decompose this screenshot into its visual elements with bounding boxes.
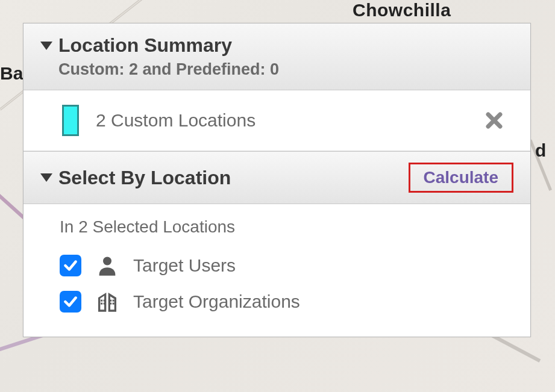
checkbox-checked[interactable] (60, 255, 81, 276)
svg-rect-2 (104, 300, 105, 302)
checkmark-icon (63, 258, 78, 273)
map-place-label-fragment: d (535, 140, 546, 161)
target-organizations-row[interactable]: Target Organizations (60, 284, 513, 320)
checkmark-icon (63, 294, 78, 310)
svg-rect-7 (110, 303, 111, 305)
section-title: Select By Location (58, 167, 231, 189)
building-icon (93, 290, 121, 314)
section-subtitle: Custom: 2 and Predefined: 0 (58, 60, 279, 79)
select-by-location-body: In 2 Selected Locations Target Users (24, 204, 530, 337)
target-users-row[interactable]: Target Users (60, 247, 513, 284)
svg-rect-3 (101, 303, 102, 305)
calculate-button[interactable]: Calculate (409, 163, 514, 193)
remove-location-button[interactable] (482, 108, 506, 132)
svg-rect-8 (113, 303, 114, 305)
svg-rect-6 (113, 300, 114, 302)
custom-locations-row[interactable]: 2 Custom Locations (24, 90, 530, 151)
checkbox-checked[interactable] (60, 291, 81, 313)
selected-locations-label: In 2 Selected Locations (60, 217, 513, 237)
map-place-label-fragment: Ba (0, 63, 23, 84)
target-users-label: Target Users (133, 255, 236, 276)
caret-down-icon (40, 42, 52, 50)
section-title: Location Summary (58, 34, 232, 57)
svg-rect-4 (104, 303, 105, 305)
svg-rect-5 (110, 300, 111, 302)
location-swatch-icon (62, 105, 79, 136)
custom-locations-label: 2 Custom Locations (96, 110, 256, 131)
location-summary-header[interactable]: Location Summary Custom: 2 and Predefine… (24, 23, 530, 90)
location-panel: Location Summary Custom: 2 and Predefine… (23, 23, 531, 337)
target-organizations-label: Target Organizations (133, 291, 300, 312)
user-icon (93, 254, 121, 278)
svg-rect-1 (101, 300, 102, 302)
map-place-label: Chowchilla (353, 0, 451, 20)
caret-down-icon (40, 173, 52, 182)
select-by-location-header[interactable]: Select By Location Calculate (24, 151, 530, 204)
close-icon (484, 110, 504, 131)
svg-point-0 (103, 257, 111, 266)
